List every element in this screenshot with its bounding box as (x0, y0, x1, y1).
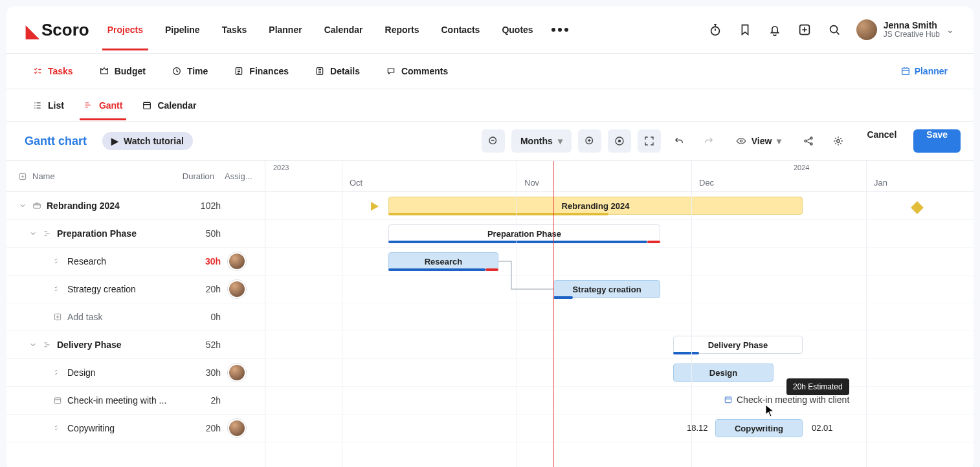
redo-button[interactable] (697, 129, 720, 153)
zoom-out-button[interactable] (482, 129, 505, 153)
save-button[interactable]: Save (913, 129, 961, 153)
view-switcher: ListGanttCalendar (6, 89, 974, 122)
project-tab-details[interactable]: Details (315, 66, 360, 76)
assignee-avatar[interactable] (228, 280, 246, 298)
svg-point-15 (810, 143, 812, 145)
timeline-row-copy: Copywriting18.1202.01 (265, 415, 974, 442)
assignee-avatar[interactable] (228, 419, 246, 437)
fullscreen-button[interactable] (638, 129, 661, 153)
project-tab-tasks[interactable]: Tasks (32, 66, 73, 76)
task-row-project[interactable]: Rebranding 2024102h (6, 192, 265, 220)
progress-strip (388, 213, 608, 215)
view-select[interactable]: View ▾ (727, 129, 791, 153)
nav-pipeline[interactable]: Pipeline (165, 9, 200, 50)
row-type-icon (53, 312, 62, 321)
gantt-bar-project[interactable]: Rebranding 2024 (388, 197, 803, 215)
cancel-button[interactable]: Cancel (856, 129, 907, 153)
view-tab-gantt[interactable]: Gantt (84, 91, 123, 120)
nav-tasks[interactable]: Tasks (222, 9, 247, 50)
row-duration: 2h (182, 395, 221, 406)
month-label: Nov (524, 178, 539, 188)
bookmark-icon[interactable] (737, 22, 753, 38)
brand-name: Scoro (41, 20, 89, 40)
nav-projects[interactable]: Projects (107, 9, 143, 50)
nav-quotes[interactable]: Quotes (502, 9, 533, 50)
notifications-icon[interactable] (767, 22, 783, 38)
row-type-icon (43, 229, 52, 238)
col-assignee: Assig... (221, 171, 253, 181)
timeline-row-research: Research (265, 248, 974, 276)
row-type-icon (53, 396, 62, 405)
nav-contacts[interactable]: Contacts (441, 9, 480, 50)
event-label[interactable]: Check-in meeting with client (724, 395, 849, 405)
gantt-timeline[interactable]: 20232024OctNovDecJan Rebranding 2024Prep… (265, 161, 974, 467)
planner-link[interactable]: Planner (900, 66, 948, 76)
project-tab-finances[interactable]: Finances (234, 66, 289, 76)
nav-reports[interactable]: Reports (385, 9, 419, 50)
view-tab-list[interactable]: List (32, 91, 64, 120)
task-row-research[interactable]: Research30h (6, 248, 265, 276)
watch-tutorial-button[interactable]: ▶ Watch tutorial (102, 132, 193, 150)
row-name: Add task (67, 312, 102, 322)
tutorial-label: Watch tutorial (124, 136, 184, 146)
search-icon[interactable] (827, 22, 842, 38)
gantt-bar-research[interactable]: Research (388, 252, 498, 270)
gantt-bar-prep[interactable]: Preparation Phase (388, 224, 660, 243)
project-tab-time[interactable]: Time (172, 66, 208, 76)
task-row-design[interactable]: Design30h (6, 359, 265, 387)
project-start-icon (371, 202, 379, 211)
row-duration: 30h (182, 367, 221, 378)
scale-select[interactable]: Months ▾ (511, 129, 572, 153)
task-list-header: Name Duration Assig... (6, 161, 265, 192)
task-row-deliv[interactable]: Delivery Phase52h (6, 331, 265, 359)
nav-planner[interactable]: Planner (269, 9, 302, 50)
row-duration: 50h (182, 228, 221, 239)
svg-rect-18 (34, 204, 41, 208)
gantt-bar-design[interactable]: Design (673, 364, 774, 382)
task-row-prep[interactable]: Preparation Phase50h (6, 220, 265, 248)
task-row-strategy[interactable]: Strategy creation20h (6, 276, 265, 303)
zoom-in-button[interactable] (578, 129, 601, 153)
row-type-icon (53, 257, 62, 266)
gantt-bar-strategy[interactable]: Strategy creation (553, 280, 660, 298)
add-icon[interactable] (18, 172, 27, 181)
user-menu[interactable]: Jenna Smith JS Creative Hub ⌄ (856, 19, 954, 40)
mouse-cursor-icon (765, 404, 774, 417)
svg-point-14 (810, 137, 812, 139)
share-button[interactable] (797, 129, 820, 153)
quick-add-icon[interactable] (797, 22, 812, 38)
project-tab-budget[interactable]: Budget (99, 66, 146, 76)
progress-strip (388, 241, 647, 243)
timer-icon[interactable] (707, 22, 723, 38)
row-duration: 52h (182, 340, 221, 350)
view-label: View (752, 136, 772, 146)
gantt-bar-copy[interactable]: Copywriting (715, 419, 803, 437)
timeline-row-deliv: Delivery Phase (265, 331, 974, 359)
user-name: Jenna Smith (884, 20, 940, 30)
play-icon: ▶ (111, 136, 118, 146)
assignee-avatar[interactable] (228, 364, 246, 382)
gantt-title: Gantt chart (25, 135, 87, 148)
user-subtitle: JS Creative Hub (884, 30, 940, 39)
settings-button[interactable] (827, 129, 850, 153)
nav-calendar[interactable]: Calendar (324, 9, 363, 50)
assignee-avatar[interactable] (228, 252, 246, 270)
gantt-bar-deliv[interactable]: Delivery Phase (673, 336, 803, 354)
logo-mark: ◣ (26, 21, 39, 41)
project-tab-comments[interactable]: Comments (386, 66, 448, 76)
row-name: Check-in meeting with ... (67, 395, 166, 406)
task-row-copy[interactable]: Copywriting20h (6, 415, 265, 442)
goto-today-button[interactable] (608, 129, 631, 153)
timeline-row-strategy: Strategy creation (265, 276, 974, 303)
undo-button[interactable] (667, 129, 691, 153)
task-row-add[interactable]: Add task0h (6, 303, 265, 331)
view-tab-calendar[interactable]: Calendar (142, 91, 196, 120)
row-type-icon (43, 340, 52, 349)
milestone-icon[interactable] (911, 201, 924, 214)
task-row-checkin[interactable]: Check-in meeting with ...2h (6, 387, 265, 415)
bar-end-date: 02.01 (812, 423, 833, 433)
user-avatar (856, 19, 877, 40)
svg-rect-6 (902, 68, 909, 74)
eye-icon (736, 136, 746, 146)
more-menu-icon[interactable] (551, 28, 568, 32)
